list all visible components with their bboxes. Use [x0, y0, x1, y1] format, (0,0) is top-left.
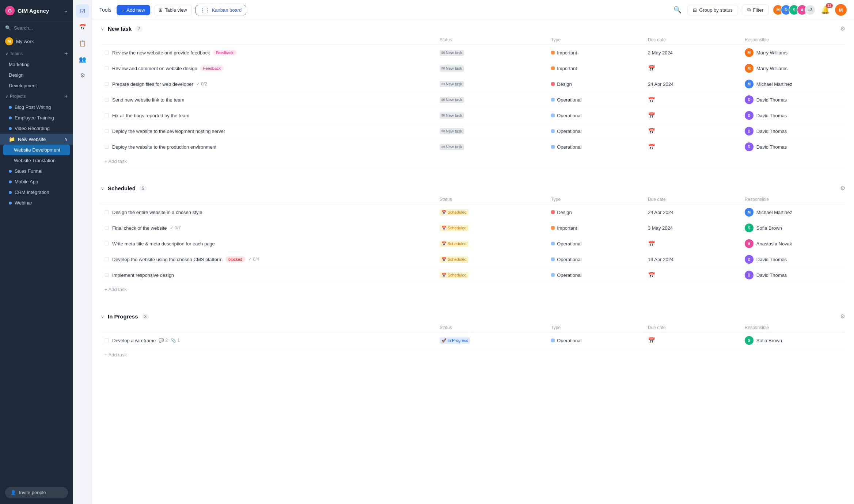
type-cell: Operational: [551, 129, 641, 134]
table-row[interactable]: ☐ Deploy the website to the production e…: [101, 139, 845, 155]
table-row[interactable]: ☐ Fix all the bugs reported by the team …: [101, 108, 845, 123]
task-table: Status Type Due date Responsible ☐ Devel…: [101, 323, 845, 362]
no-date-icon: 📅: [648, 241, 655, 247]
table-row[interactable]: ☐ Review the new website and provide fee…: [101, 45, 845, 61]
status-cell: ✉ New task: [440, 128, 544, 134]
responsible-avatar: M: [745, 208, 754, 217]
calendar-icon[interactable]: 📅: [76, 20, 89, 34]
responsible-avatar: D: [745, 111, 754, 120]
task-checkbox[interactable]: ☐: [105, 128, 109, 134]
settings-icon[interactable]: ⚙: [76, 69, 89, 82]
table-row[interactable]: ☐ Develop a wireframe💬 2📎 1 🚀 In Progres…: [101, 333, 845, 348]
sidebar-item-mobile-app[interactable]: Mobile App: [0, 176, 73, 187]
table-row[interactable]: ☐ Implement responsive design 📅 Schedule…: [101, 267, 845, 283]
chevron-down-icon: ∨: [5, 51, 8, 56]
task-checkbox[interactable]: ☐: [105, 65, 109, 71]
task-checkbox[interactable]: ☐: [105, 50, 109, 56]
invite-people-button[interactable]: 👤 Invite people: [5, 487, 68, 498]
section-settings-icon[interactable]: ⚙: [840, 25, 845, 32]
my-work-item[interactable]: M My work: [0, 34, 73, 48]
table-row[interactable]: ☐ Deploy the website to the development …: [101, 123, 845, 139]
section-settings-icon[interactable]: ⚙: [840, 185, 845, 192]
type-label: Operational: [557, 257, 581, 262]
section-settings-icon[interactable]: ⚙: [840, 313, 845, 320]
add-team-icon[interactable]: +: [65, 50, 68, 57]
notes-icon[interactable]: 📋: [76, 37, 89, 50]
add-task-row[interactable]: + Add task: [101, 283, 845, 296]
task-checkbox[interactable]: ☐: [105, 144, 109, 150]
sidebar-item-crm[interactable]: CRM Integration: [0, 187, 73, 198]
task-checkbox[interactable]: ☐: [105, 241, 109, 247]
type-cell: Important: [551, 50, 641, 56]
task-checkbox[interactable]: ☐: [105, 81, 109, 87]
sidebar-item-video-recording[interactable]: Video Recording: [0, 123, 73, 134]
table-row[interactable]: ☐ Review and comment on website designFe…: [101, 61, 845, 76]
group-by-button[interactable]: ⊞ Group by status: [687, 5, 738, 15]
app-logo[interactable]: G GIM Agency ⌄: [0, 0, 73, 22]
status-td: ✉ New task: [436, 108, 548, 123]
avatar-more[interactable]: +3: [805, 4, 816, 15]
sales-funnel-label: Sales Funnel: [15, 168, 42, 174]
task-checkbox[interactable]: ☐: [105, 272, 109, 278]
sidebar-item-employee-training[interactable]: Employee Training: [0, 112, 73, 123]
type-dot: [551, 273, 555, 277]
kanban-board-button[interactable]: ⋮⋮ Kanban board: [196, 5, 247, 15]
kanban-icon: ⋮⋮: [200, 7, 210, 13]
projects-section[interactable]: ∨ Projects +: [0, 91, 73, 102]
table-row[interactable]: ☐ Send new website link to the team ✉ Ne…: [101, 92, 845, 108]
type-label: Important: [557, 225, 577, 231]
task-checkbox[interactable]: ☐: [105, 337, 109, 343]
notifications-button[interactable]: 🔔 12: [819, 4, 831, 16]
search-bar[interactable]: 🔍 Search...: [0, 22, 73, 34]
table-row[interactable]: ☐ Write meta title & meta description fo…: [101, 236, 845, 252]
section-toggle[interactable]: ∨: [101, 314, 104, 319]
type-td: Operational: [547, 108, 644, 123]
add-task-label[interactable]: + Add task: [101, 155, 845, 168]
user-avatar[interactable]: M: [835, 4, 847, 16]
responsible-avatar: M: [745, 80, 754, 88]
sidebar-item-new-website[interactable]: 📁 New Website ∨: [0, 134, 73, 145]
task-checkbox[interactable]: ☐: [105, 209, 109, 215]
sidebar-item-marketing[interactable]: Marketing: [0, 59, 73, 70]
task-checkbox[interactable]: ☐: [105, 97, 109, 103]
add-project-icon[interactable]: +: [65, 93, 68, 100]
add-task-row[interactable]: + Add task: [101, 348, 845, 362]
section-toggle[interactable]: ∨: [101, 26, 104, 31]
task-name-text: Develop a wireframe: [112, 338, 156, 343]
task-checkbox[interactable]: ☐: [105, 256, 109, 262]
chevron-down-icon: ⌄: [64, 8, 68, 14]
section-toggle[interactable]: ∨: [101, 186, 104, 191]
type-label: Design: [557, 81, 572, 87]
table-view-button[interactable]: ⊞ Table view: [154, 5, 192, 15]
table-row[interactable]: ☐ Final check of the website✓ 0/7 📅 Sche…: [101, 220, 845, 236]
sidebar-item-website-translation[interactable]: Website Translation: [0, 155, 73, 166]
task-name-cell: ☐ Develop a wireframe💬 2📎 1: [101, 333, 436, 348]
task-checkbox[interactable]: ☐: [105, 112, 109, 118]
invite-label: Invite people: [19, 490, 46, 495]
sidebar-item-blog-post[interactable]: Blog Post Writing: [0, 102, 73, 112]
responsible-avatar: M: [745, 48, 754, 57]
task-name-text: Prepare design files for web developer: [112, 81, 193, 87]
table-row[interactable]: ☐ Develop the website using the chosen C…: [101, 252, 845, 267]
people-icon[interactable]: 👥: [76, 53, 89, 66]
teams-section[interactable]: ∨ Teams +: [0, 48, 73, 59]
status-td: ✉ New task: [436, 61, 548, 76]
add-task-row[interactable]: + Add task: [101, 155, 845, 168]
search-button[interactable]: 🔍: [671, 4, 684, 16]
add-task-label[interactable]: + Add task: [101, 348, 845, 362]
sidebar-item-sales-funnel[interactable]: Sales Funnel: [0, 166, 73, 176]
responsible-name: Marry Williams: [756, 50, 787, 56]
add-new-button[interactable]: + Add new: [117, 5, 150, 15]
add-task-label[interactable]: + Add task: [101, 283, 845, 296]
type-label: Important: [557, 50, 577, 56]
table-row[interactable]: ☐ Prepare design files for web developer…: [101, 76, 845, 92]
task-checkbox[interactable]: ☐: [105, 225, 109, 231]
filter-button[interactable]: ⧉ Filter: [742, 4, 769, 15]
sidebar-item-development[interactable]: Development: [0, 80, 73, 91]
table-icon: ⊞: [159, 7, 163, 13]
table-row[interactable]: ☐ Design the entire website in a chosen …: [101, 205, 845, 220]
tasks-icon[interactable]: ☑: [76, 4, 89, 18]
sidebar-item-webinar[interactable]: Webinar: [0, 198, 73, 208]
sidebar-item-design[interactable]: Design: [0, 70, 73, 80]
sidebar-item-website-development[interactable]: Website Development: [3, 145, 70, 155]
